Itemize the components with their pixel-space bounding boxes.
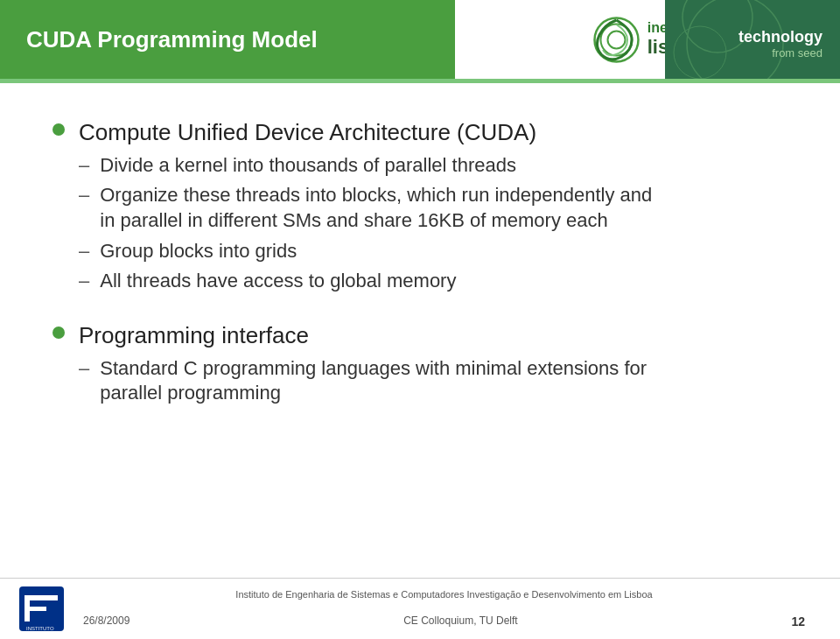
bullet-dot-2	[52, 327, 65, 339]
list-item: – Standard C programming languages with …	[79, 356, 788, 406]
slide-header: CUDA Programming Model inesc id lisboa	[0, 0, 840, 79]
subitem-5-text: Standard C programming languages with mi…	[100, 356, 647, 406]
list-item: – Organize these threads into blocks, wh…	[79, 183, 788, 233]
slide-footer: INSTITUTO SUPERIOR TÉCNICO Instituto de …	[0, 578, 840, 639]
brand-from-seed-text: from seed	[772, 46, 822, 60]
dash-icon-2: –	[79, 183, 89, 208]
bullet-2-text: Programming interface	[79, 321, 309, 351]
brand-content: technology from seed	[665, 0, 840, 79]
dash-icon-4: –	[79, 269, 89, 294]
bullet-1-text: Compute Unified Device Architecture (CUD…	[79, 118, 536, 148]
svg-point-2	[607, 31, 625, 48]
svg-text:SUPERIOR: SUPERIOR	[26, 631, 50, 633]
bullet-item-1: Compute Unified Device Architecture (CUD…	[52, 118, 788, 148]
title-bar: CUDA Programming Model	[0, 0, 455, 79]
slide-body: Compute Unified Device Architecture (CUD…	[0, 83, 840, 420]
subitem-3-text: Group blocks into grids	[100, 239, 297, 264]
footer-institute: Instituto de Engenharia de Sistemas e Co…	[66, 582, 822, 614]
subitem-1-text: Divide a kernel into thousands of parall…	[100, 153, 516, 179]
ist-logo-icon: INSTITUTO SUPERIOR TÉCNICO	[18, 585, 66, 633]
list-item: – All threads have access to global memo…	[79, 269, 788, 294]
bullet-dot-1	[52, 123, 65, 136]
svg-rect-9	[24, 607, 46, 611]
subitem-4-text: All threads have access to global memory	[100, 269, 456, 294]
footer-event: CE Colloquium, TU Delft	[403, 614, 518, 628]
bullet-item-2: Programming interface	[52, 321, 788, 351]
bullet-2-subitems: – Standard C programming languages with …	[52, 356, 788, 406]
list-item: – Group blocks into grids	[79, 239, 788, 264]
section-gap	[52, 299, 788, 321]
brand-area: technology from seed	[665, 0, 840, 79]
dash-icon-1: –	[79, 153, 89, 179]
footer-date: 26/8/2009	[83, 614, 130, 628]
bullet-1-subitems: – Divide a kernel into thousands of para…	[52, 153, 788, 294]
dash-icon-5: –	[79, 356, 89, 382]
dash-icon-3: –	[79, 239, 89, 264]
inesc-spiral-icon	[592, 16, 640, 64]
subitem-2-text: Organize these threads into blocks, whic…	[100, 183, 652, 233]
list-item: – Divide a kernel into thousands of para…	[79, 153, 788, 179]
svg-rect-8	[24, 595, 58, 600]
slide-title: CUDA Programming Model	[26, 26, 318, 53]
footer-page-number: 12	[791, 614, 805, 628]
brand-technology-text: technology	[738, 28, 822, 46]
